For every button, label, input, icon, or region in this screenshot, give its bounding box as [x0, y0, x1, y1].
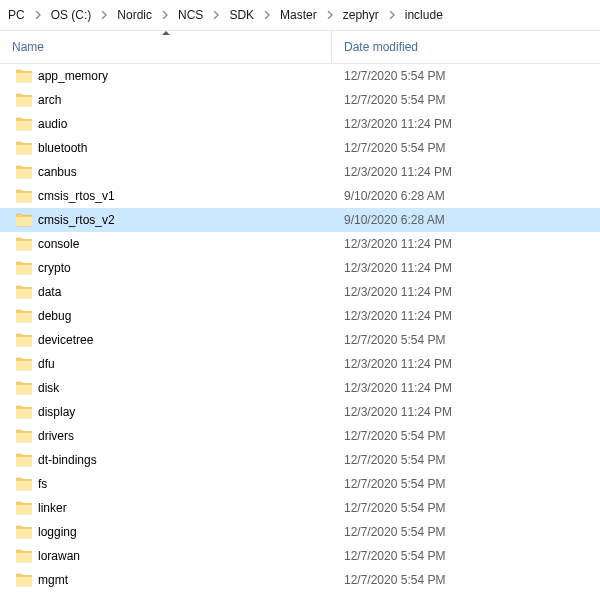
breadcrumb-segment[interactable]: OS (C:) — [47, 6, 96, 24]
list-item-date: 12/3/2020 11:24 PM — [332, 309, 600, 323]
list-item-name: crypto — [38, 261, 71, 275]
list-item-name-cell: lorawan — [0, 549, 332, 563]
list-item-name: cmsis_rtos_v2 — [38, 213, 115, 227]
breadcrumb[interactable]: PCOS (C:)NordicNCSSDKMasterzephyrinclude — [0, 0, 600, 30]
list-item-name-cell: logging — [0, 525, 332, 539]
list-item-name: data — [38, 285, 61, 299]
list-item[interactable]: bluetooth12/7/2020 5:54 PM — [0, 136, 600, 160]
chevron-right-icon[interactable] — [160, 10, 170, 20]
chevron-right-icon[interactable] — [211, 10, 221, 20]
list-item-name-cell: cmsis_rtos_v1 — [0, 189, 332, 203]
list-item-name-cell: canbus — [0, 165, 332, 179]
breadcrumb-segment[interactable]: NCS — [174, 6, 207, 24]
list-item[interactable]: drivers12/7/2020 5:54 PM — [0, 424, 600, 448]
chevron-right-icon[interactable] — [387, 10, 397, 20]
list-item[interactable]: app_memory12/7/2020 5:54 PM — [0, 64, 600, 88]
list-item[interactable]: dfu12/3/2020 11:24 PM — [0, 352, 600, 376]
list-item[interactable]: canbus12/3/2020 11:24 PM — [0, 160, 600, 184]
list-item-name: debug — [38, 309, 71, 323]
list-item[interactable]: display12/3/2020 11:24 PM — [0, 400, 600, 424]
folder-icon — [16, 453, 32, 467]
list-item-name-cell: arch — [0, 93, 332, 107]
list-item-name-cell: display — [0, 405, 332, 419]
list-item[interactable]: data12/3/2020 11:24 PM — [0, 280, 600, 304]
folder-icon — [16, 141, 32, 155]
list-item[interactable]: disk12/3/2020 11:24 PM — [0, 376, 600, 400]
folder-icon — [16, 429, 32, 443]
list-item-date: 9/10/2020 6:28 AM — [332, 213, 600, 227]
list-item-date: 12/3/2020 11:24 PM — [332, 261, 600, 275]
chevron-right-icon[interactable] — [99, 10, 109, 20]
list-item-date: 12/7/2020 5:54 PM — [332, 141, 600, 155]
list-item-date: 12/3/2020 11:24 PM — [332, 357, 600, 371]
list-item-name-cell: mgmt — [0, 573, 332, 587]
list-item-date: 12/3/2020 11:24 PM — [332, 165, 600, 179]
list-item[interactable]: lorawan12/7/2020 5:54 PM — [0, 544, 600, 568]
folder-icon — [16, 405, 32, 419]
column-headers: Name Date modified — [0, 30, 600, 64]
column-header-date[interactable]: Date modified — [332, 31, 600, 63]
breadcrumb-segment[interactable]: SDK — [225, 6, 258, 24]
list-item-name-cell: crypto — [0, 261, 332, 275]
list-item-date: 12/7/2020 5:54 PM — [332, 69, 600, 83]
breadcrumb-segment[interactable]: PC — [4, 6, 29, 24]
list-item-date: 12/3/2020 11:24 PM — [332, 405, 600, 419]
list-item-name-cell: disk — [0, 381, 332, 395]
list-item-name: logging — [38, 525, 77, 539]
list-item-date: 12/7/2020 5:54 PM — [332, 93, 600, 107]
list-item[interactable]: audio12/3/2020 11:24 PM — [0, 112, 600, 136]
list-item-name-cell: debug — [0, 309, 332, 323]
list-item-date: 12/3/2020 11:24 PM — [332, 285, 600, 299]
list-item-name-cell: bluetooth — [0, 141, 332, 155]
column-header-name[interactable]: Name — [0, 31, 332, 63]
list-item-date: 12/7/2020 5:54 PM — [332, 429, 600, 443]
folder-icon — [16, 573, 32, 587]
breadcrumb-segment[interactable]: Nordic — [113, 6, 156, 24]
breadcrumb-segment[interactable]: include — [401, 6, 447, 24]
folder-icon — [16, 357, 32, 371]
file-list[interactable]: app_memory12/7/2020 5:54 PMarch12/7/2020… — [0, 64, 600, 601]
list-item[interactable]: crypto12/3/2020 11:24 PM — [0, 256, 600, 280]
breadcrumb-segment[interactable]: zephyr — [339, 6, 383, 24]
list-item-name: arch — [38, 93, 61, 107]
list-item-name-cell: console — [0, 237, 332, 251]
list-item-name-cell: audio — [0, 117, 332, 131]
folder-icon — [16, 525, 32, 539]
list-item-name: display — [38, 405, 75, 419]
folder-icon — [16, 189, 32, 203]
list-item[interactable]: cmsis_rtos_v29/10/2020 6:28 AM — [0, 208, 600, 232]
list-item[interactable]: logging12/7/2020 5:54 PM — [0, 520, 600, 544]
chevron-right-icon[interactable] — [262, 10, 272, 20]
list-item-date: 12/3/2020 11:24 PM — [332, 117, 600, 131]
list-item-name-cell: devicetree — [0, 333, 332, 347]
folder-icon — [16, 237, 32, 251]
list-item-name: fs — [38, 477, 47, 491]
list-item-name: canbus — [38, 165, 77, 179]
list-item-name-cell: app_memory — [0, 69, 332, 83]
chevron-right-icon[interactable] — [325, 10, 335, 20]
list-item-name: disk — [38, 381, 59, 395]
list-item-name: dfu — [38, 357, 55, 371]
folder-icon — [16, 165, 32, 179]
chevron-right-icon[interactable] — [33, 10, 43, 20]
list-item[interactable]: arch12/7/2020 5:54 PM — [0, 88, 600, 112]
list-item-date: 12/7/2020 5:54 PM — [332, 549, 600, 563]
list-item[interactable]: console12/3/2020 11:24 PM — [0, 232, 600, 256]
list-item-name: dt-bindings — [38, 453, 97, 467]
list-item-date: 12/7/2020 5:54 PM — [332, 501, 600, 515]
list-item-name: devicetree — [38, 333, 93, 347]
list-item-name-cell: linker — [0, 501, 332, 515]
list-item[interactable]: linker12/7/2020 5:54 PM — [0, 496, 600, 520]
list-item[interactable]: fs12/7/2020 5:54 PM — [0, 472, 600, 496]
list-item[interactable]: mgmt12/7/2020 5:54 PM — [0, 568, 600, 592]
list-item-name-cell: cmsis_rtos_v2 — [0, 213, 332, 227]
list-item-name: console — [38, 237, 79, 251]
list-item[interactable]: dt-bindings12/7/2020 5:54 PM — [0, 448, 600, 472]
breadcrumb-segment[interactable]: Master — [276, 6, 321, 24]
list-item-date: 12/7/2020 5:54 PM — [332, 525, 600, 539]
list-item-name-cell: fs — [0, 477, 332, 491]
list-item[interactable]: cmsis_rtos_v19/10/2020 6:28 AM — [0, 184, 600, 208]
list-item[interactable]: debug12/3/2020 11:24 PM — [0, 304, 600, 328]
list-item-date: 12/7/2020 5:54 PM — [332, 477, 600, 491]
list-item[interactable]: devicetree12/7/2020 5:54 PM — [0, 328, 600, 352]
